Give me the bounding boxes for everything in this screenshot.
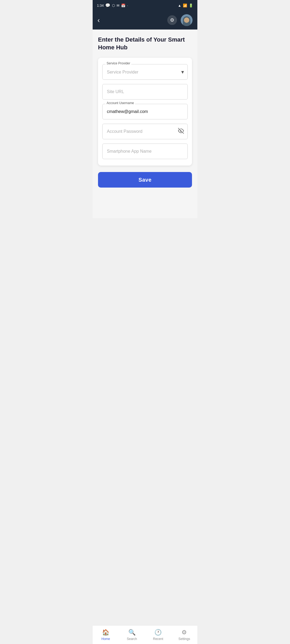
account-username-label: Account Username xyxy=(106,101,135,105)
settings-wheel-button[interactable]: ⚙ xyxy=(167,15,177,25)
save-button[interactable]: Save xyxy=(98,172,192,188)
messenger-icon: 💬 xyxy=(105,3,110,8)
account-password-field xyxy=(102,124,188,139)
smartphone-app-input[interactable] xyxy=(102,144,188,159)
form-card: Service Provider Service Provider Provid… xyxy=(98,58,192,166)
main-content: Enter the Details of Your Smart Home Hub… xyxy=(93,30,197,218)
password-input-wrapper xyxy=(102,124,188,139)
site-url-field xyxy=(102,84,188,100)
status-time: 1:34 💬 ⬡ ✉ 📅 · xyxy=(97,3,128,8)
gmail-icon: ✉ xyxy=(117,3,119,8)
dot-icon: · xyxy=(127,3,128,8)
wifi-icon: ▲ xyxy=(178,3,181,8)
service-provider-select[interactable]: Service Provider Provider 1 Provider 2 xyxy=(102,64,188,80)
account-password-input[interactable] xyxy=(102,124,188,139)
top-bar: ‹ ⚙ xyxy=(93,11,197,30)
eye-off-icon[interactable] xyxy=(178,128,184,135)
status-bar: 1:34 💬 ⬡ ✉ 📅 · ▲ 📶 🔋 xyxy=(93,0,197,11)
calendar-icon: 📅 xyxy=(121,3,125,8)
service-provider-label: Service Provider xyxy=(106,61,131,65)
back-button[interactable]: ‹ xyxy=(97,17,100,24)
signal-icon: 📶 xyxy=(183,3,187,8)
user-avatar[interactable] xyxy=(181,14,193,26)
page-title: Enter the Details of Your Smart Home Hub xyxy=(98,36,192,51)
account-username-field: Account Username xyxy=(102,104,188,119)
battery-icon: 🔋 xyxy=(189,3,193,8)
site-url-input[interactable] xyxy=(102,84,188,100)
top-bar-actions: ⚙ xyxy=(167,14,193,26)
back-icon: ‹ xyxy=(97,16,100,24)
account-username-input[interactable] xyxy=(102,104,188,119)
bluetooth-icon: ⬡ xyxy=(112,3,115,8)
settings-wheel-icon: ⚙ xyxy=(170,17,174,23)
status-icons: ▲ 📶 🔋 xyxy=(178,3,193,8)
service-provider-select-wrapper: Service Provider Provider 1 Provider 2 ▾ xyxy=(102,64,188,80)
smartphone-app-field xyxy=(102,144,188,159)
service-provider-field: Service Provider Service Provider Provid… xyxy=(102,64,188,80)
